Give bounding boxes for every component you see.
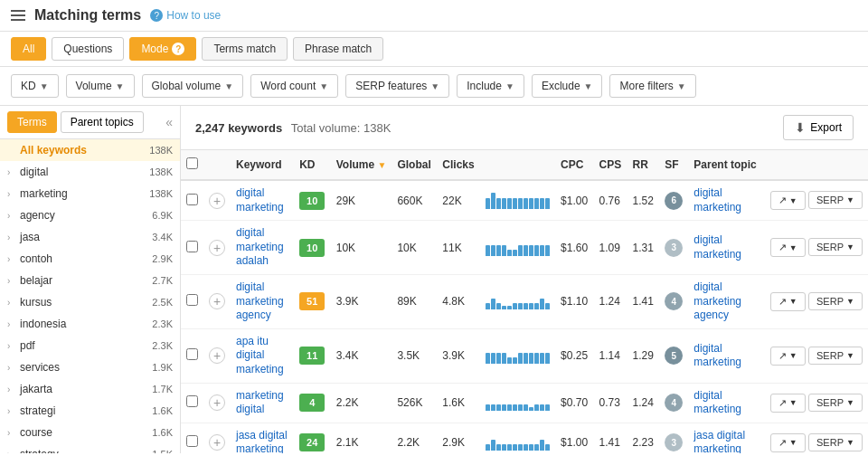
serp-arrow-icon: ▼ (846, 297, 854, 306)
row-trend-cell (480, 328, 555, 383)
add-keyword-button[interactable]: + (209, 347, 225, 364)
serp-button[interactable]: SERP ▼ (808, 433, 863, 451)
row-volume-cell: 3.9K (331, 274, 392, 328)
sidebar-item-marketing[interactable]: › marketing 138K (0, 183, 180, 204)
sidebar-item-digital[interactable]: › digital 138K (0, 161, 180, 183)
trend-bar-segment (540, 353, 544, 364)
trend-button[interactable]: ↗ ▼ (770, 292, 806, 311)
add-keyword-button[interactable]: + (209, 240, 225, 256)
parent-topic-link[interactable]: digital marketing agency (693, 280, 759, 323)
serp-button[interactable]: SERP ▼ (808, 238, 863, 256)
sidebar-item-kursus[interactable]: › kursus 2.5K (0, 291, 180, 313)
filter-include[interactable]: Include ▼ (457, 74, 524, 98)
serp-button[interactable]: SERP ▼ (808, 394, 863, 412)
tab-all[interactable]: All (11, 37, 46, 61)
row-checkbox-0[interactable] (186, 194, 198, 205)
sidebar-item-indonesia[interactable]: › indonesia 2.3K (0, 313, 180, 335)
row-volume-cell: 29K (331, 180, 392, 221)
serp-button[interactable]: SERP ▼ (808, 292, 863, 310)
col-global-header: Global (392, 150, 437, 180)
filter-global-volume[interactable]: Global volume ▼ (142, 74, 244, 98)
keyword-link[interactable]: marketing digital (236, 389, 288, 417)
sidebar-tab-parent-topics[interactable]: Parent topics (61, 111, 144, 133)
parent-topic-link[interactable]: digital marketing (693, 342, 759, 370)
add-keyword-button[interactable]: + (209, 434, 225, 451)
sidebar-collapse-icon[interactable]: « (165, 115, 173, 129)
trend-button[interactable]: ↗ ▼ (770, 394, 806, 413)
filter-word-count[interactable]: Word count ▼ (250, 74, 338, 98)
parent-topic-link[interactable]: digital marketing (693, 389, 759, 417)
keyword-link[interactable]: digital marketing agency (236, 280, 288, 323)
add-keyword-button[interactable]: + (209, 193, 225, 209)
sidebar-item-jakarta[interactable]: › jakarta 1.7K (0, 378, 180, 400)
row-checkbox-2[interactable] (186, 294, 198, 306)
row-checkbox-4[interactable] (186, 395, 198, 407)
row-rr-cell: 1.52 (627, 180, 660, 221)
keyword-link[interactable]: digital marketing (236, 186, 288, 214)
filter-kd[interactable]: KD ▼ (11, 74, 59, 98)
sidebar-item-services[interactable]: › services 1.9K (0, 356, 180, 378)
add-keyword-button[interactable]: + (209, 293, 225, 309)
content-area: 2,247 keywords Total volume: 138K ⬇ Expo… (181, 106, 868, 453)
parent-topic-link[interactable]: digital marketing (693, 233, 759, 261)
serp-button[interactable]: SERP ▼ (808, 191, 863, 209)
keyword-link[interactable]: digital marketing adalah (236, 226, 288, 269)
page-title: Matching terms (34, 7, 141, 24)
select-all-checkbox[interactable] (186, 157, 198, 169)
row-checkbox-1[interactable] (186, 241, 198, 252)
row-clicks-cell: 3.9K (437, 328, 480, 383)
help-link[interactable]: ? How to use (150, 9, 221, 22)
serp-button[interactable]: SERP ▼ (808, 347, 863, 365)
tab-mode[interactable]: Mode ? (129, 37, 196, 61)
sidebar-tab-terms[interactable]: Terms (7, 111, 57, 133)
export-button[interactable]: ⬇ Export (783, 115, 854, 140)
trend-bar-segment (518, 245, 523, 256)
total-volume: Total volume: 138K (291, 121, 392, 135)
row-rr-cell: 1.41 (627, 274, 660, 328)
sidebar-item-course[interactable]: › course 1.6K (0, 422, 180, 443)
row-rr-cell: 1.24 (627, 383, 660, 423)
chevron-icon: › (7, 254, 16, 264)
keyword-link[interactable]: apa itu digital marketing (236, 335, 288, 377)
sidebar-item-strategi[interactable]: › strategi 1.6K (0, 400, 180, 422)
sidebar-item-strategy[interactable]: › strategy 1.5K (0, 443, 180, 453)
trend-bar-segment (545, 245, 550, 256)
trend-bar (486, 434, 550, 451)
kd-badge: 11 (299, 347, 325, 365)
sidebar-item-belajar[interactable]: › belajar 2.7K (0, 270, 180, 291)
col-volume-header[interactable]: Volume ▼ (331, 150, 392, 180)
export-label: Export (810, 121, 842, 134)
trend-button[interactable]: ↗ ▼ (770, 347, 806, 366)
filter-more[interactable]: More filters ▼ (609, 74, 695, 98)
keywords-count: 2,247 keywords (195, 121, 282, 135)
trend-bar-segment (513, 250, 517, 256)
kd-badge: 51 (299, 292, 325, 310)
row-checkbox-5[interactable] (186, 435, 198, 447)
add-keyword-button[interactable]: + (209, 394, 225, 411)
sidebar-item-all-keywords[interactable]: All keywords 138K (0, 139, 180, 161)
keyword-link[interactable]: jasa digital marketing (236, 429, 288, 453)
row-rr-cell: 1.29 (627, 328, 660, 383)
chevron-icon: › (7, 167, 16, 177)
trend-button[interactable]: ↗ ▼ (770, 191, 806, 210)
parent-topic-link[interactable]: jasa digital marketing (693, 429, 759, 453)
trend-button[interactable]: ↗ ▼ (770, 433, 806, 452)
trend-bar-segment (502, 245, 506, 256)
parent-topic-link[interactable]: digital marketing (693, 186, 759, 214)
filter-volume[interactable]: Volume ▼ (66, 74, 135, 98)
filter-serp-features[interactable]: SERP features ▼ (345, 74, 449, 98)
row-checkbox-3[interactable] (186, 348, 198, 360)
tab-questions[interactable]: Questions (52, 37, 124, 61)
sidebar-item-pdf[interactable]: › pdf 2.3K (0, 335, 180, 356)
trend-button[interactable]: ↗ ▼ (770, 238, 806, 257)
sidebar-item-jasa[interactable]: › jasa 3.4K (0, 226, 180, 248)
row-parent-cell: digital marketing (688, 180, 764, 221)
sidebar-item-agency[interactable]: › agency 6.9K (0, 204, 180, 226)
tab-phrase-match[interactable]: Phrase match (293, 37, 383, 61)
menu-icon[interactable] (11, 10, 25, 21)
row-keyword-cell: digital marketing adalah (231, 221, 294, 275)
filter-exclude[interactable]: Exclude ▼ (532, 74, 603, 98)
trend-bar-segment (534, 404, 539, 411)
sidebar-item-contoh[interactable]: › contoh 2.9K (0, 248, 180, 270)
tab-terms-match[interactable]: Terms match (202, 37, 288, 61)
